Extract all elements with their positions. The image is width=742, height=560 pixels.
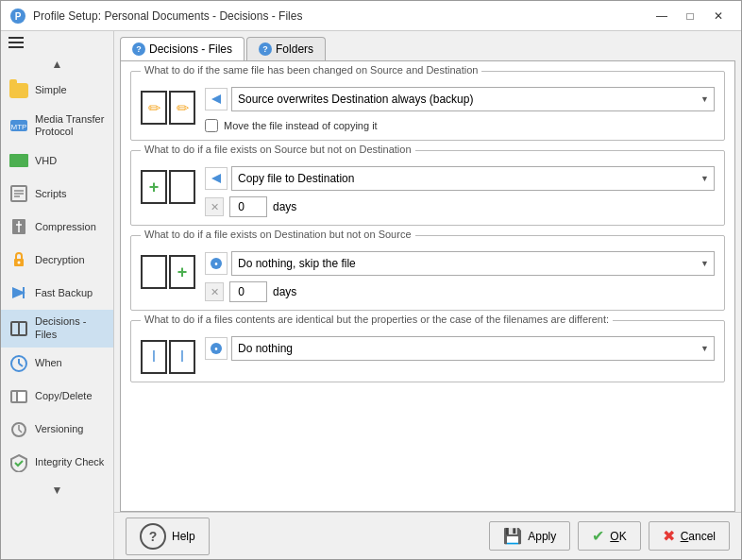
dest-days-row: ✕ days [205, 281, 715, 302]
svg-marker-25 [211, 174, 221, 183]
panel-content: What to do if the same file has been cha… [120, 60, 735, 512]
file-icons-source-not-dest: + [141, 170, 195, 204]
maximize-button[interactable]: □ [677, 7, 703, 25]
section-dest-not-source-content: + • [141, 251, 715, 302]
hamburger-menu[interactable] [1, 31, 113, 54]
cancel-button[interactable]: ✖ Cancel [649, 521, 730, 551]
when-icon [8, 353, 29, 374]
file-block-empty [169, 170, 195, 204]
tab-bar: ? Decisions - Files ? Folders [114, 31, 741, 60]
scripts-icon [8, 183, 29, 204]
section-identical-content: I I • [141, 336, 715, 374]
source-not-dest-dropdown[interactable]: Copy file to Destination Skip the file A… [231, 166, 715, 191]
file-block-plus2: + [169, 255, 195, 289]
tab-folders[interactable]: ? Folders [246, 37, 326, 60]
scroll-down-button[interactable]: ▼ [1, 480, 113, 501]
sidebar-label-decryption: Decryption [35, 254, 85, 266]
section-dest-controls: • Do nothing, skip the file Delete the f… [205, 251, 715, 302]
file-block-right-pencil: ✏ [169, 91, 195, 125]
dest-not-source-select-wrap: Do nothing, skip the file Delete the fil… [231, 251, 715, 276]
help-button[interactable]: ? Help [126, 518, 210, 555]
tab-decisions-files[interactable]: ? Decisions - Files [120, 37, 245, 60]
arrow-icon-1 [205, 88, 228, 110]
sidebar-item-when[interactable]: When [1, 348, 113, 381]
section-same-file-changed: What to do if the same file has been cha… [130, 71, 725, 141]
file-icons-same-changed: ✏ ✏ [141, 91, 195, 125]
dest-days-label: days [273, 285, 296, 298]
sidebar-label-scripts: Scripts [35, 188, 67, 200]
file-block-plus: + [141, 170, 167, 204]
main-panel: ? Decisions - Files ? Folders What to do… [114, 31, 741, 559]
dest-not-source-dropdown-row: • Do nothing, skip the file Delete the f… [205, 251, 715, 276]
svg-rect-22 [17, 391, 26, 402]
svg-text:P: P [15, 11, 22, 22]
dest-x-button[interactable]: ✕ [205, 282, 224, 301]
section-identical-controls: • Do nothing Update properties Ask me [205, 336, 715, 361]
source-days-input[interactable] [229, 196, 267, 217]
sidebar-item-scripts[interactable]: Scripts [1, 178, 113, 211]
plus-icon-2: + [177, 263, 188, 282]
identical-dropdown[interactable]: Do nothing Update properties Ask me [231, 336, 715, 361]
svg-text:•: • [214, 344, 218, 354]
source-not-dest-select-wrap: Copy file to Destination Skip the file A… [231, 166, 715, 191]
file-icons-identical: I I [141, 340, 195, 374]
sidebar-item-copy-delete[interactable]: Copy/Delete [1, 381, 113, 414]
svg-line-20 [19, 364, 23, 366]
bottom-right: 💾 Apply ✔ OK ✖ Cancel [489, 521, 730, 551]
sidebar-item-simple[interactable]: Simple [1, 75, 113, 108]
apply-button[interactable]: 💾 Apply [489, 521, 570, 551]
sidebar-item-fast-backup[interactable]: Fast Backup [1, 277, 113, 310]
section-identical-contents: What to do if a files contents are ident… [130, 320, 725, 382]
apply-label: Apply [528, 530, 556, 543]
content-area: ▲ Simple MTP Media Transfer Protocol [1, 31, 741, 559]
file-block-cursor-left: I [141, 340, 167, 374]
vhd-icon [8, 150, 29, 171]
copy-delete-icon [8, 386, 29, 407]
tab-folders-help-icon: ? [259, 42, 272, 56]
minimize-button[interactable]: — [649, 7, 675, 25]
file-icons-dest-not-source: + [141, 255, 195, 289]
sidebar-item-decryption[interactable]: Decryption [1, 244, 113, 277]
title-bar: P Profile Setup: Personal Documents - De… [1, 1, 741, 31]
sidebar-item-vhd[interactable]: VHD [1, 144, 113, 178]
ok-button[interactable]: ✔ OK [578, 521, 640, 551]
source-x-button[interactable]: ✕ [205, 197, 224, 216]
sidebar-label-compression: Compression [35, 221, 96, 233]
tab-help-icon: ? [132, 42, 145, 56]
close-button[interactable]: ✕ [705, 7, 732, 25]
identical-dropdown-row: • Do nothing Update properties Ask me [205, 336, 715, 361]
source-days-label: days [273, 200, 296, 213]
decryption-icon [8, 249, 29, 270]
sidebar-item-mtp[interactable]: MTP Media Transfer Protocol [1, 108, 113, 144]
move-file-label: Move the file instead of copying it [224, 120, 378, 131]
window-title: Profile Setup: Personal Documents - Deci… [33, 9, 641, 23]
svg-point-13 [18, 262, 21, 264]
sidebar-label-vhd: VHD [35, 155, 57, 167]
pencil-icon-right: ✏ [177, 99, 189, 117]
tab-folders-label: Folders [276, 42, 313, 56]
sidebar-item-compression[interactable]: Compression [1, 211, 113, 244]
app-icon: P [10, 8, 25, 24]
dest-not-source-dropdown[interactable]: Do nothing, skip the file Delete the fil… [231, 251, 715, 276]
section-dest-not-source: What to do if a file exists on Destinati… [130, 235, 725, 311]
svg-rect-16 [11, 322, 19, 335]
sidebar-item-versioning[interactable]: Versioning [1, 414, 113, 447]
tab-decisions-files-label: Decisions - Files [149, 42, 232, 56]
folder-icon [8, 80, 29, 101]
decisions-files-icon [8, 318, 29, 339]
mtp-icon: MTP [8, 115, 29, 136]
help-label: Help [172, 530, 195, 543]
sidebar-label-fast-backup: Fast Backup [35, 287, 93, 299]
sidebar-label-simple: Simple [35, 84, 67, 96]
cancel-label: Cancel [681, 530, 716, 543]
move-file-checkbox[interactable] [205, 119, 218, 132]
dest-days-input[interactable] [229, 281, 267, 302]
same-file-dropdown[interactable]: Source overwrites Destination always (ba… [231, 87, 715, 111]
scroll-up-button[interactable]: ▲ [1, 54, 113, 75]
sidebar-item-decisions-files[interactable]: Decisions - Files [1, 310, 113, 347]
sidebar-item-integrity[interactable]: Integrity Check [1, 447, 113, 480]
section-identical-label: What to do if a files contents are ident… [141, 314, 613, 325]
arrow-icon-4: • [205, 337, 228, 360]
same-file-dropdown-row: Source overwrites Destination always (ba… [205, 87, 715, 111]
pencil-icon-left: ✏ [148, 99, 160, 117]
